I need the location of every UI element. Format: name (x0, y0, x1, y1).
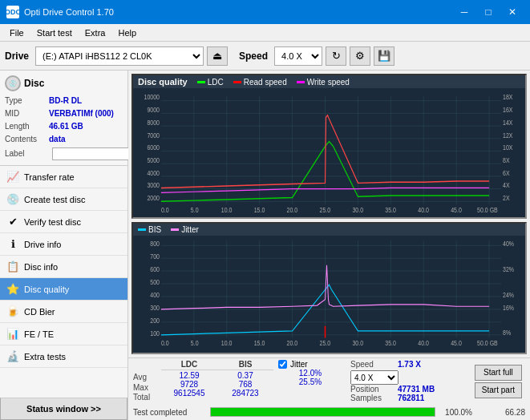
svg-text:7000: 7000 (147, 131, 160, 139)
menu-extra[interactable]: Extra (79, 26, 112, 39)
menu-file[interactable]: File (3, 26, 30, 39)
svg-text:25.0: 25.0 (320, 206, 331, 214)
svg-text:4000: 4000 (147, 169, 160, 177)
sidebar: 💿 Disc Type BD-R DL MID VERBATIMf (000) … (0, 71, 128, 420)
nav-create-test-disc[interactable]: 💿 Create test disc (0, 188, 127, 211)
jitter-stats: Jitter 12.0% 25.5% (278, 360, 342, 402)
start-part-button[interactable]: Start part (475, 382, 522, 398)
svg-text:32%: 32% (503, 266, 514, 274)
svg-text:45.0: 45.0 (451, 206, 462, 214)
svg-text:24%: 24% (503, 292, 514, 300)
disc-contents-row: Contents data (5, 133, 123, 146)
maximize-button[interactable]: □ (477, 4, 500, 20)
position-label: Position (350, 385, 394, 394)
svg-text:800: 800 (150, 240, 160, 248)
close-button[interactable]: ✕ (501, 4, 524, 20)
disc-title: Disc (24, 78, 44, 89)
svg-text:2000: 2000 (147, 195, 160, 203)
svg-text:500: 500 (150, 279, 160, 287)
nav-disc-quality[interactable]: ⭐ Disc quality (0, 278, 127, 301)
stats-label-col: Avg Max Total (133, 360, 161, 402)
svg-text:5.0: 5.0 (191, 340, 199, 348)
ldc-legend-dot (197, 81, 205, 83)
verify-test-disc-icon: ✔ (6, 216, 19, 228)
jitter-max-value: 25.5% (278, 378, 342, 386)
svg-text:8%: 8% (503, 329, 511, 337)
nav-disc-info-label: Disc info (24, 262, 58, 272)
bis-jitter-chart: BIS Jitter (131, 222, 527, 354)
save-button[interactable]: 💾 (374, 46, 394, 66)
ldc-stats-header: LDC (161, 360, 217, 370)
drive-selector[interactable]: (E:) ATAPI iHBS112 2 CL0K (35, 46, 204, 66)
jitter-checkbox[interactable] (278, 360, 287, 369)
jitter-legend-dot (171, 228, 179, 231)
svg-text:40.0: 40.0 (418, 206, 429, 214)
nav-verify-test-disc[interactable]: ✔ Verify test disc (0, 211, 127, 233)
nav-fe-te[interactable]: 📊 FE / TE (0, 323, 127, 345)
minimize-button[interactable]: ─ (453, 4, 475, 20)
nav-transfer-rate[interactable]: 📈 Transfer rate (0, 166, 127, 188)
svg-text:20.0: 20.0 (287, 340, 298, 348)
nav-drive-info-label: Drive info (24, 240, 61, 249)
svg-text:25.0: 25.0 (320, 340, 331, 348)
speed-stats-selector[interactable]: 4.0 X 2.0 X (350, 370, 399, 385)
status-window-button[interactable]: Status window >> (0, 398, 127, 420)
nav-cd-bier[interactable]: 🍺 CD Bier (0, 301, 127, 323)
nav-extra-tests[interactable]: 🔬 Extra tests (0, 345, 127, 368)
extra-tests-icon: 🔬 (6, 350, 19, 363)
progress-bar-row: Test completed 100.0% 66.28 (128, 404, 530, 420)
jitter-total-value (278, 386, 342, 395)
menu-start-test[interactable]: Start test (30, 26, 79, 39)
samples-row: Samples 762811 (350, 394, 435, 402)
svg-text:15.0: 15.0 (254, 206, 265, 214)
avg-label: Avg (133, 373, 161, 382)
progress-filesize: 66.28 (477, 408, 525, 417)
legend-ldc: LDC (197, 78, 224, 87)
svg-text:30.0: 30.0 (352, 206, 363, 214)
start-full-button[interactable]: Start full (475, 365, 522, 381)
bis-max-value: 768 (217, 380, 273, 389)
samples-value: 762811 (398, 394, 424, 402)
ldc-legend-label: LDC (208, 78, 224, 87)
nav-drive-info[interactable]: ℹ Drive info (0, 233, 127, 256)
status-window-label: Status window >> (26, 404, 101, 414)
progress-percent: 100.0% (440, 408, 472, 417)
svg-text:10.0: 10.0 (221, 340, 233, 348)
legend-jitter: Jitter (171, 225, 199, 234)
svg-text:3000: 3000 (147, 182, 160, 190)
nav-fe-te-label: FE / TE (24, 329, 54, 339)
svg-text:6000: 6000 (147, 144, 160, 152)
bis-legend-dot (138, 228, 146, 231)
main-content: 💿 Disc Type BD-R DL MID VERBATIMf (000) … (0, 71, 530, 420)
bis-legend-label: BIS (148, 225, 161, 234)
disc-info-panel: 💿 Disc Type BD-R DL MID VERBATIMf (000) … (0, 71, 127, 166)
settings-button[interactable]: ⚙ (350, 46, 370, 66)
nav-disc-info[interactable]: 📋 Disc info (0, 256, 127, 278)
svg-text:700: 700 (150, 253, 160, 261)
refresh-button[interactable]: ↻ (326, 46, 346, 66)
drive-label: Drive (5, 50, 29, 62)
disc-length-value: 46.61 GB (49, 120, 83, 133)
svg-text:12X: 12X (503, 131, 512, 139)
svg-text:5000: 5000 (147, 156, 160, 164)
disc-header: 💿 Disc (5, 75, 123, 91)
svg-text:50.0 GB: 50.0 GB (477, 206, 498, 214)
eject-button[interactable]: ⏏ (207, 46, 228, 66)
speed-selector[interactable]: 4.0 X 2.0 X 8.0 X Max (274, 46, 322, 66)
nav-items: 📈 Transfer rate 💿 Create test disc ✔ Ver… (0, 166, 127, 398)
ldc-stats: LDC 12.59 9728 9612545 (161, 360, 217, 402)
svg-text:40.0: 40.0 (418, 340, 429, 348)
progress-fill (211, 408, 435, 416)
svg-text:5.0: 5.0 (191, 206, 199, 214)
bis-total-value: 284723 (217, 389, 273, 398)
svg-text:6X: 6X (503, 169, 510, 177)
menu-help[interactable]: Help (111, 26, 143, 39)
svg-text:400: 400 (150, 292, 160, 300)
svg-text:8000: 8000 (147, 119, 160, 127)
svg-text:4X: 4X (503, 182, 510, 190)
toolbar: Drive (E:) ATAPI iHBS112 2 CL0K ⏏ Speed … (0, 42, 530, 71)
bis-avg-value: 0.37 (217, 371, 273, 380)
disc-quality-chart: Disc quality LDC Read speed Write speed (131, 74, 527, 219)
svg-text:45.0: 45.0 (451, 340, 462, 348)
jitter-avg-value: 12.0% (278, 369, 342, 378)
